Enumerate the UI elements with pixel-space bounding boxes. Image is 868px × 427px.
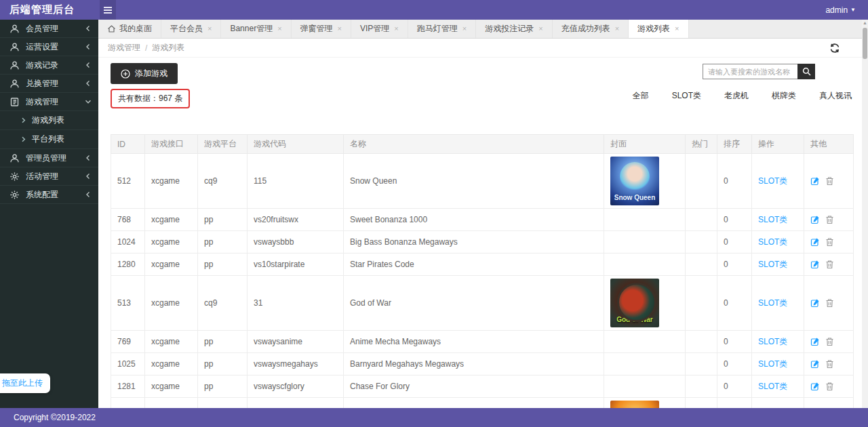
table-row: 513xcgamecq931God of WarGod of War0SLOT类 [111, 276, 854, 331]
cell-api: xcgame [145, 154, 198, 209]
category-link[interactable]: SLOT类 [758, 337, 787, 346]
close-icon[interactable]: × [277, 25, 281, 33]
sidebar-item[interactable]: 系统配置 [0, 186, 98, 204]
cell-platform: pp [198, 253, 248, 276]
category-link[interactable]: SLOT类 [758, 237, 787, 247]
sidebar-item[interactable]: 管理员管理 [0, 149, 98, 167]
tab-VIP管理[interactable]: VIP管理× [351, 20, 408, 38]
tab-弹窗管理[interactable]: 弹窗管理× [292, 20, 351, 38]
breadcrumb-parent[interactable]: 游戏管理 [108, 42, 140, 54]
close-icon[interactable]: × [675, 25, 679, 33]
cell-hot [686, 375, 717, 398]
search-input[interactable] [703, 64, 797, 79]
close-icon[interactable]: × [208, 25, 212, 33]
edit-icon[interactable] [810, 176, 820, 186]
filter-全部[interactable]: 全部 [633, 90, 649, 102]
tab-平台会员[interactable]: 平台会员× [161, 20, 221, 38]
sidebar-item[interactable]: 兑换管理 [0, 75, 98, 93]
cell-api: xcgame [145, 209, 198, 231]
column-header: 游戏接口 [145, 135, 198, 154]
trash-icon[interactable] [825, 176, 834, 186]
filter-老虎机[interactable]: 老虎机 [724, 90, 749, 102]
user-icon [9, 42, 20, 52]
edit-icon[interactable] [810, 359, 820, 369]
user-icon [9, 79, 20, 89]
sidebar-toggle-button[interactable] [100, 0, 116, 20]
tab-游戏投注记录[interactable]: 游戏投注记录× [476, 20, 552, 38]
trash-icon[interactable] [825, 382, 834, 391]
category-link[interactable]: SLOT类 [758, 215, 787, 224]
cell-id: 768 [111, 209, 145, 231]
filter-棋牌类[interactable]: 棋牌类 [772, 90, 796, 102]
cell-name: Snow Queen [344, 154, 604, 209]
trash-icon[interactable] [825, 237, 834, 247]
tab-label: Banner管理 [230, 23, 273, 35]
cell-platform: pp [198, 209, 248, 231]
user-name: admin [825, 5, 848, 15]
tab-我的桌面[interactable]: 我的桌面 [98, 20, 161, 38]
sidebar-subitem[interactable]: 平台列表 [0, 130, 98, 149]
user-menu[interactable]: admin ▼ [825, 5, 868, 15]
category-link[interactable]: SLOT类 [758, 359, 787, 369]
sidebar-subitem[interactable]: 游戏列表 [0, 111, 98, 130]
close-icon[interactable]: × [538, 25, 542, 33]
drag-upload-hint[interactable]: 拖至此上传 [0, 373, 50, 393]
cell-name: Chase For Glory [344, 375, 604, 398]
cell-action: SLOT类 [752, 231, 804, 253]
cell-cover [604, 209, 686, 231]
cell-sort: 0 [717, 398, 752, 409]
trash-icon[interactable] [825, 359, 834, 369]
sidebar: 会员管理运营设置游戏记录兑换管理游戏管理游戏列表平台列表管理员管理活动管理系统配… [0, 20, 98, 408]
tab-充值成功列表[interactable]: 充值成功列表× [553, 20, 629, 38]
app-shell: 会员管理运营设置游戏记录兑换管理游戏管理游戏列表平台列表管理员管理活动管理系统配… [0, 20, 868, 408]
refresh-icon[interactable] [829, 42, 841, 54]
user-icon [9, 24, 20, 34]
trash-icon[interactable] [825, 298, 834, 308]
total-count-badge: 共有数据：967 条 [111, 89, 190, 108]
trash-icon[interactable] [825, 337, 834, 346]
sidebar-item[interactable]: 会员管理 [0, 20, 98, 38]
category-link[interactable]: SLOT类 [758, 382, 787, 391]
tab-bar: 我的桌面平台会员×Banner管理×弹窗管理×VIP管理×跑马灯管理×游戏投注记… [98, 20, 868, 39]
notebook-icon [9, 97, 20, 107]
edit-icon[interactable] [810, 298, 820, 308]
tab-Banner管理[interactable]: Banner管理× [221, 20, 291, 38]
trash-icon[interactable] [825, 215, 834, 224]
tab-label: 弹窗管理 [300, 23, 333, 35]
filter-SLOT类[interactable]: SLOT类 [672, 90, 701, 102]
close-icon[interactable]: × [462, 25, 467, 33]
edit-icon[interactable] [810, 215, 820, 224]
close-icon[interactable]: × [615, 25, 619, 33]
sidebar-subitem-label: 平台列表 [32, 134, 64, 145]
sidebar-item[interactable]: 运营设置 [0, 38, 98, 56]
sidebar-item[interactable]: 游戏管理 [0, 93, 98, 111]
chevron-left-icon [85, 155, 92, 161]
trash-icon[interactable] [825, 260, 834, 269]
scroll-up-arrow-icon[interactable]: ▲ [862, 20, 868, 26]
scrollbar-thumb[interactable] [863, 28, 867, 59]
gear-icon [9, 190, 20, 200]
cell-sort: 0 [717, 353, 752, 375]
sidebar-item[interactable]: 活动管理 [0, 167, 98, 186]
filter-真人视讯[interactable]: 真人视讯 [819, 90, 852, 102]
cell-name: Fire Chibi [344, 398, 604, 409]
tab-跑马灯管理[interactable]: 跑马灯管理× [408, 20, 476, 38]
sidebar-item[interactable]: 游戏记录 [0, 56, 98, 75]
search-button[interactable] [797, 64, 815, 79]
tab-游戏列表[interactable]: 游戏列表× [629, 20, 688, 38]
column-header: ID [111, 135, 145, 154]
vertical-scrollbar[interactable]: ▲ [862, 20, 868, 408]
edit-icon[interactable] [810, 237, 820, 247]
edit-icon[interactable] [810, 337, 820, 346]
close-icon[interactable]: × [394, 25, 398, 33]
cell-cover: Fire Chibi [604, 398, 686, 409]
close-icon[interactable]: × [338, 25, 342, 33]
category-link[interactable]: SLOT类 [758, 260, 787, 269]
edit-icon[interactable] [810, 382, 820, 391]
cell-platform: pp [198, 231, 248, 253]
category-link[interactable]: SLOT类 [758, 298, 787, 308]
category-link[interactable]: SLOT类 [758, 176, 787, 186]
add-game-button[interactable]: 添加游戏 [111, 63, 178, 84]
sidebar-item-label: 游戏管理 [26, 96, 85, 108]
edit-icon[interactable] [810, 260, 820, 269]
